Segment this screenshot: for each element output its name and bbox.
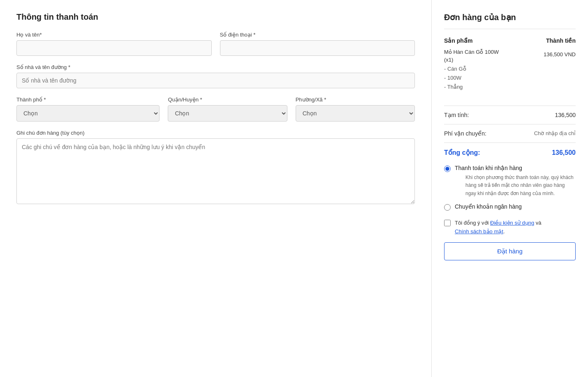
note-label: Ghi chú đơn hàng (tùy chọn) [16,130,415,136]
terms-checkbox[interactable] [444,220,451,226]
terms-text: Tôi đồng ý với Điều kiện sử dụng và Chín… [455,219,542,236]
terms-text-3: . [503,228,505,234]
subtotal-value: 136,500 [555,112,576,118]
product-qty: (x1) [444,57,499,63]
shipping-label: Phí vận chuyển: [444,130,486,137]
bank-label: Chuyển khoản ngân hàng [455,203,522,210]
total-label: Tổng cộng: [444,149,480,156]
cod-label: Thanh toán khi nhận hàng [455,165,576,171]
city-label: Thành phố * [16,97,160,103]
full-name-input[interactable] [16,40,212,56]
terms-text-2: và [534,220,541,226]
total-value: 136,500 [552,149,576,156]
district-label: Quận/Huyện * [168,97,287,103]
shipping-value: Chờ nhập địa chỉ [534,130,576,136]
product-variant-2: - 100W [444,74,499,83]
terms-row: Tôi đồng ý với Điều kiện sử dụng và Chín… [444,219,576,236]
product-price: 136,500 VND [544,51,576,57]
address-input[interactable] [16,73,415,88]
product-variant-3: - Thẳng [444,83,499,92]
note-textarea[interactable] [16,138,415,204]
city-select[interactable]: Chọn [16,105,160,122]
phone-label: Số điện thoại * [220,32,415,38]
total-row: Tổng cộng: 136,500 [444,149,576,156]
place-order-button[interactable]: Đặt hàng [444,242,576,260]
order-summary-title: Đơn hàng của bạn [444,12,576,22]
shipping-divider [444,143,576,143]
cod-payment-option: Thanh toán khi nhận hàng Khi chọn phương… [444,165,576,198]
bank-radio[interactable] [444,204,451,211]
subtotal-label: Tạm tính: [444,112,469,118]
ward-label: Phường/Xã * [296,97,415,103]
subtotal-row: Tạm tính: 136,500 [444,112,576,118]
product-item: Mỏ Hàn Cán Gỗ 100W (x1) - Cán Gỗ - 100W … [444,49,576,100]
ward-select[interactable]: Chọn [296,105,415,122]
price-column-header: Thành tiền [546,37,576,44]
product-divider [444,106,576,106]
address-label: Số nhà và tên đường * [16,64,415,70]
bank-payment-option: Chuyển khoản ngân hàng [444,203,576,211]
terms-link-1[interactable]: Điều kiện sử dụng [490,220,534,226]
product-variant-1: - Cán Gỗ [444,64,499,74]
title-divider [444,29,576,29]
product-name: Mỏ Hàn Cán Gỗ 100W [444,49,499,55]
product-column-header: Sản phẩm [444,37,472,44]
subtotal-divider [444,124,576,124]
cod-radio[interactable] [444,166,451,172]
terms-link-2[interactable]: Chính sách bảo mật [455,228,503,234]
shipping-row: Phí vận chuyển: Chờ nhập địa chỉ [444,130,576,137]
district-select[interactable]: Chọn [168,105,287,122]
terms-text-1: Tôi đồng ý với [455,220,490,226]
full-name-label: Họ và tên* [16,32,212,38]
phone-input[interactable] [220,40,415,56]
cod-description: Khi chọn phương thức thanh toán này, quý… [465,174,576,198]
page-title: Thông tin thanh toán [16,12,415,22]
